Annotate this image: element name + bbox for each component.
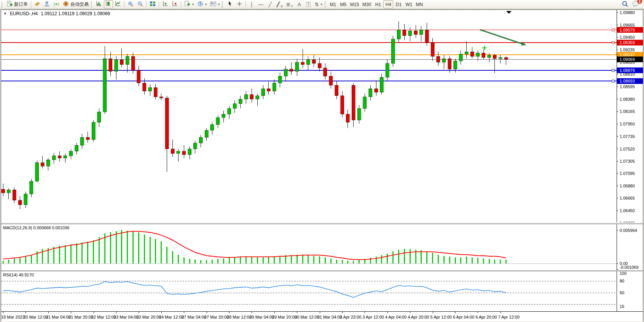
time-axis[interactable]: 19 Mar 202320 Mar 12:0021 Mar 04:0021 Ma… [1, 311, 643, 322]
time-axis-tick [3, 312, 3, 313]
new-order-button[interactable]: 新订单 [5, 0, 29, 8]
crosshair-button[interactable] [235, 0, 244, 8]
line-chart-button[interactable] [113, 0, 123, 8]
template-icon [210, 1, 216, 8]
toolbar-grip[interactable] [325, 2, 327, 8]
time-axis-label: 6 Apr 20:00 [475, 315, 497, 319]
time-axis-tick [48, 312, 49, 313]
chevron-down-icon: ▾ [192, 3, 194, 6]
new-chart-button[interactable]: ▾ [183, 0, 195, 8]
toolbar-grip[interactable] [2, 2, 3, 8]
arrows-button[interactable]: ⇅ ▾ [313, 0, 324, 8]
crosshair-icon [236, 1, 242, 8]
new-chart-icon [184, 1, 190, 8]
rsi-panel[interactable]: 100805015 [1, 271, 643, 311]
tile-windows-button[interactable] [148, 0, 157, 8]
periods-button[interactable]: ▾ [196, 0, 208, 8]
timeframe-d1-button[interactable]: D1 [394, 0, 403, 8]
time-axis-label: 4 Apr 20:00 [408, 315, 429, 319]
profile-icon [44, 1, 50, 8]
timeframe-m15-button[interactable]: M15 [349, 0, 360, 8]
toolbar-grip[interactable] [222, 2, 224, 8]
main-price-chart[interactable]: 1.098801.096651.094501.092351.090201.088… [1, 10, 643, 222]
market-watch-button[interactable] [33, 0, 42, 8]
bar-chart-button[interactable] [94, 0, 104, 8]
channel-button[interactable]: ╱╱ E [275, 0, 284, 8]
time-axis-label: 20 Mar 12:00 [23, 315, 48, 319]
zoom-out-button[interactable] [135, 0, 145, 8]
period-icon [197, 1, 203, 8]
text-tool-button[interactable]: A [295, 0, 304, 8]
time-axis-label: 22 Mar 12:00 [91, 315, 116, 319]
time-axis-tick [320, 312, 320, 313]
signal-button[interactable] [52, 0, 61, 8]
svg-text:1.08165: 1.08165 [620, 109, 635, 114]
chart-shift-button[interactable] [161, 0, 170, 8]
timeframe-w1-button[interactable]: W1 [404, 0, 414, 8]
zoom-in-button[interactable] [126, 0, 135, 8]
toolbar-grip[interactable] [91, 2, 93, 8]
svg-text:100: 100 [620, 271, 626, 276]
svg-text:0.005964: 0.005964 [620, 228, 637, 233]
svg-text:1.09880: 1.09880 [620, 10, 635, 15]
svg-text:-0.001069: -0.001069 [620, 265, 639, 270]
bar-chart-icon [96, 1, 102, 8]
hlines-layer [1, 30, 617, 81]
svg-text:1.09069: 1.09069 [620, 57, 635, 62]
panel-separator[interactable] [1, 270, 643, 271]
collapse-triangle-icon[interactable]: ▼ [3, 12, 7, 16]
annotations-layer [1, 11, 617, 82]
auto-trading-button[interactable]: 自动交易 [61, 0, 90, 8]
time-axis-tick [252, 312, 252, 313]
fibonacci-button[interactable]: ≣ F [285, 0, 295, 8]
trendline-button[interactable]: ╱ [266, 0, 274, 8]
time-axis-tick [501, 312, 501, 313]
time-axis-tick [342, 312, 343, 313]
new-order-label: 新订单 [14, 1, 28, 8]
macd-panel[interactable]: 0.0059640.00-0.001069 [1, 224, 643, 270]
time-axis-label: 29 Mar 04:00 [249, 315, 274, 319]
timeframe-h4-button[interactable]: H4 [383, 0, 393, 8]
timeframe-mn-button[interactable]: MN [414, 0, 424, 8]
vertical-line-button[interactable]: │ [247, 0, 256, 8]
community-button[interactable] [42, 0, 51, 8]
panel-separator[interactable] [1, 223, 643, 224]
svg-text:1.06665: 1.06665 [620, 196, 635, 200]
chart-shift-icon [162, 1, 168, 8]
vertical-line-icon: │ [250, 2, 253, 7]
candlestick-chart-button[interactable] [104, 0, 113, 8]
time-axis-label: 27 Mar 20:00 [204, 315, 229, 319]
timeframe-h1-button[interactable]: H1 [373, 0, 383, 8]
rsi-label: RSI(14) 49.9170 [3, 273, 34, 277]
chat-button[interactable]: 1 [632, 0, 640, 9]
timeframe-m30-button[interactable]: M30 [361, 0, 373, 8]
svg-text:80: 80 [620, 279, 624, 283]
templates-button[interactable]: ▾ [209, 0, 221, 8]
text-tool-icon: A [298, 2, 301, 7]
timeframe-m5-button[interactable]: M5 [338, 0, 348, 8]
chart-autoscroll-button[interactable] [170, 0, 179, 8]
macd-signal-line [3, 231, 506, 259]
toolbar: 新订单 自动交易 [0, 0, 644, 9]
new-order-icon [6, 1, 13, 8]
time-axis-label: 7 Apr 12:00 [498, 315, 520, 319]
timeframe-m1-button[interactable]: M1 [328, 0, 338, 8]
autotrade-icon [63, 1, 69, 8]
svg-text:1.07095: 1.07095 [620, 171, 635, 176]
search-icon[interactable] [622, 0, 628, 9]
time-axis-tick [433, 312, 433, 313]
chart-title: ▼ EURUSD-,H4 1.09112 1.09119 1.09029 1.0… [3, 11, 110, 16]
time-axis-label: 6 Apr 04:00 [453, 315, 474, 319]
svg-text:1.09579: 1.09579 [620, 28, 635, 32]
time-axis-tick [229, 312, 230, 313]
svg-text:1.08879: 1.08879 [620, 68, 635, 73]
text-label-button[interactable]: T [304, 0, 313, 8]
time-axis-label: 29 Mar 20:00 [272, 315, 297, 319]
time-axis-tick [274, 312, 275, 313]
text-label-icon: T [306, 2, 311, 7]
cursor-button[interactable] [225, 0, 234, 8]
signal-icon [53, 1, 59, 8]
horizontal-line-button[interactable]: — [257, 0, 265, 8]
candlestick-chart-icon [105, 1, 112, 8]
svg-text:1.09235: 1.09235 [620, 48, 635, 52]
